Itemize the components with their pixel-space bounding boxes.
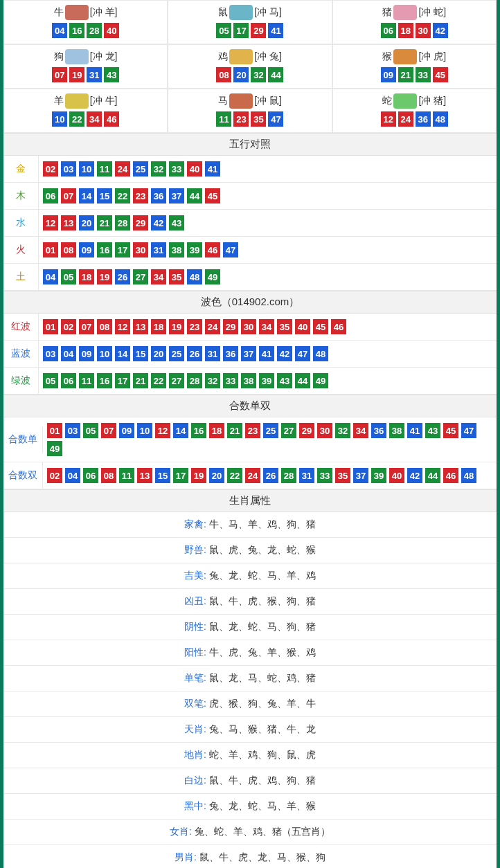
number-ball: 09	[79, 242, 94, 257]
number-ball: 13	[137, 468, 152, 483]
number-ball: 46	[104, 111, 119, 127]
zodiac-header: 狗[冲 龙]	[4, 49, 167, 64]
attr-row: 天肖: 兔、马、猴、猪、牛、龙	[3, 717, 497, 743]
number-ball: 29	[251, 23, 266, 38]
heshu-table: 合数单0103050709101214161821232527293032343…	[3, 417, 497, 489]
number-ball: 15	[155, 468, 170, 483]
number-ball: 32	[151, 161, 166, 177]
number-ball: 43	[104, 67, 119, 82]
number-ball: 25	[263, 423, 278, 438]
number-ball: 42	[151, 215, 166, 230]
zodiac-icon	[393, 5, 417, 20]
zodiac-name: 猴	[382, 51, 392, 63]
zodiac-header: 鼠[冲 马]	[168, 5, 331, 20]
number-ball: 28	[115, 215, 130, 230]
number-ball: 37	[353, 468, 368, 483]
number-ball: 20	[233, 67, 249, 82]
data-row: 木06071415222336374445	[3, 183, 497, 210]
row-label: 合数单	[3, 426, 43, 453]
zodiac-conflict: [冲 鼠]	[254, 95, 282, 107]
attr-key: 男肖:	[175, 851, 199, 862]
number-ball: 43	[425, 423, 440, 438]
ball-row: 08203244	[168, 67, 331, 82]
number-ball: 26	[263, 468, 278, 483]
number-ball: 22	[227, 468, 242, 483]
attr-value: 鼠、牛、虎、龙、马、猴、狗	[199, 851, 325, 862]
number-ball: 22	[115, 188, 130, 204]
data-row: 绿波05061116172122272832333839434449	[3, 368, 497, 395]
number-ball: 35	[169, 269, 184, 284]
number-ball: 35	[335, 468, 350, 483]
number-ball: 28	[187, 373, 202, 388]
number-ball: 24	[205, 319, 220, 334]
row-values: 0102070812131819232429303435404546	[39, 314, 497, 340]
zodiac-conflict: [冲 马]	[254, 6, 282, 19]
number-ball: 36	[416, 111, 431, 127]
attr-key: 双笔:	[184, 698, 209, 709]
number-ball: 37	[169, 188, 184, 204]
attr-row: 吉美: 兔、龙、蛇、马、羊、鸡	[3, 563, 497, 589]
number-ball: 23	[187, 319, 202, 334]
attr-value: 牛、马、羊、鸡、狗、猪	[209, 518, 316, 530]
row-label: 木	[3, 183, 39, 209]
zodiac-cell: 羊[冲 牛]10223446	[3, 89, 168, 133]
ball-row: 12243648	[333, 111, 496, 127]
number-ball: 46	[331, 319, 346, 334]
number-ball: 08	[97, 319, 112, 334]
attr-row: 女肖: 兔、蛇、羊、鸡、猪（五宫肖）	[3, 820, 497, 845]
number-ball: 09	[79, 346, 94, 361]
attr-value: 鼠、牛、虎、猴、狗、猪	[209, 595, 316, 606]
number-ball: 07	[101, 423, 116, 438]
number-ball: 34	[353, 423, 368, 438]
number-ball: 06	[83, 468, 98, 483]
attr-value: 兔、蛇、羊、鸡、猪（五宫肖）	[195, 826, 330, 837]
ball-row: 11233547	[168, 111, 331, 127]
row-label: 红波	[3, 314, 39, 340]
row-values: 05061116172122272832333839434449	[39, 368, 497, 394]
ball-row: 06183042	[333, 23, 496, 38]
number-ball: 20	[79, 215, 94, 230]
number-ball: 26	[115, 269, 130, 284]
number-ball: 39	[371, 468, 386, 483]
number-ball: 17	[115, 373, 130, 388]
attr-key: 黑中:	[184, 800, 209, 811]
row-values: 06071415222336374445	[39, 183, 497, 209]
zodiac-cell: 蛇[冲 猪]12243648	[332, 89, 497, 133]
attr-value: 兔、龙、蛇、马、羊、猴	[209, 800, 316, 811]
zodiac-conflict: [冲 虎]	[418, 51, 446, 63]
zodiac-conflict: [冲 羊]	[90, 6, 118, 19]
zodiac-name: 猪	[382, 6, 392, 19]
number-ball: 24	[115, 161, 130, 177]
number-ball: 22	[69, 111, 84, 127]
number-ball: 46	[443, 468, 458, 483]
wuxing-table: 金02031011242532334041木060714152223363744…	[3, 156, 497, 291]
page-wrap: 牛[冲 羊]04162840鼠[冲 马]05172941猪[冲 蛇]061830…	[0, 0, 500, 868]
number-ball: 41	[205, 161, 220, 177]
number-ball: 45	[433, 67, 448, 82]
number-ball: 24	[398, 111, 413, 127]
number-ball: 14	[79, 188, 94, 204]
number-ball: 07	[61, 188, 76, 204]
zodiac-header: 猪[冲 蛇]	[333, 5, 496, 20]
zodiac-name: 鸡	[218, 51, 228, 63]
ball-row: 10223446	[4, 111, 167, 127]
number-ball: 24	[245, 468, 260, 483]
number-ball: 41	[259, 346, 274, 361]
number-ball: 06	[61, 373, 76, 388]
number-ball: 13	[61, 215, 76, 230]
number-ball: 09	[119, 423, 134, 438]
number-ball: 01	[43, 319, 58, 334]
ball-row: 04162840	[4, 23, 167, 38]
row-values: 03040910141520252631363741424748	[39, 341, 497, 367]
number-ball: 31	[87, 67, 102, 82]
number-ball: 41	[407, 423, 422, 438]
number-ball: 35	[277, 319, 292, 334]
attr-key: 地肖:	[184, 749, 209, 760]
attr-key: 天肖:	[184, 723, 209, 734]
number-ball: 30	[133, 242, 148, 257]
number-ball: 47	[268, 111, 283, 127]
number-ball: 21	[97, 215, 112, 230]
row-label: 金	[3, 156, 39, 182]
attr-row: 凶丑: 鼠、牛、虎、猴、狗、猪	[3, 589, 497, 615]
shengxiao-title: 生肖属性	[3, 489, 497, 512]
